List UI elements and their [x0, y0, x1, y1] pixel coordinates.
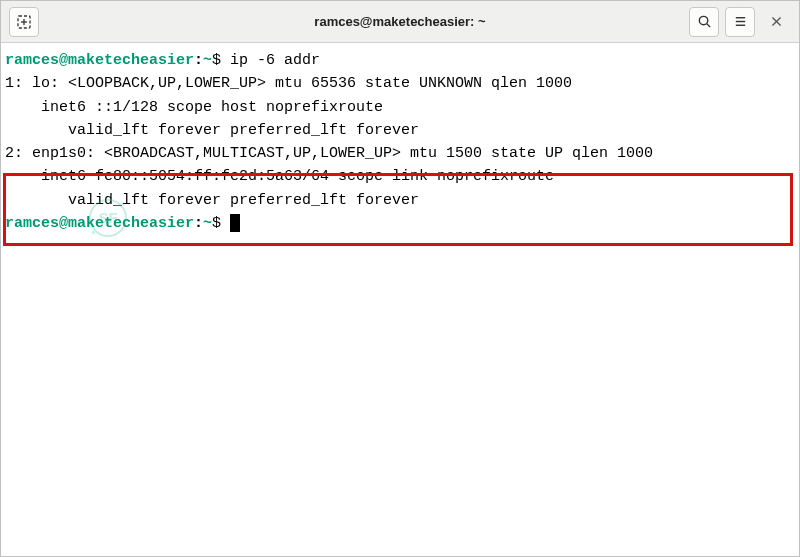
- svg-point-11: [92, 231, 95, 234]
- svg-line-4: [706, 24, 709, 27]
- hamburger-icon: [733, 14, 748, 29]
- search-button[interactable]: [689, 7, 719, 37]
- prompt-path: ~: [203, 52, 212, 69]
- search-icon: [697, 14, 712, 29]
- titlebar: ramces@maketecheasier: ~: [1, 1, 799, 43]
- terminal-body[interactable]: ramces@maketecheasier:~$ ip -6 addr 1: l…: [1, 43, 799, 556]
- titlebar-right-group: [689, 7, 791, 37]
- terminal-window: ramces@maketecheasier: ~: [0, 0, 800, 557]
- window-title: ramces@maketecheasier: ~: [314, 14, 485, 29]
- close-button[interactable]: [761, 7, 791, 37]
- svg-point-3: [699, 16, 707, 24]
- prompt-symbol: $: [212, 52, 221, 69]
- close-icon: [770, 15, 783, 28]
- prompt-line-1: ramces@maketecheasier:~$ ip -6 addr: [5, 49, 795, 72]
- command-text: ip -6 addr: [230, 52, 320, 69]
- menu-button[interactable]: [725, 7, 755, 37]
- titlebar-left-group: [9, 7, 39, 37]
- output-line: inet6 fe80::5054:ff:fe2d:5a63/64 scope l…: [5, 165, 795, 188]
- output-line: valid_lft forever preferred_lft forever: [5, 119, 795, 142]
- cursor: [230, 214, 240, 232]
- prompt-sep: :: [194, 215, 203, 232]
- prompt-user: ramces@maketecheasier: [5, 52, 194, 69]
- output-line: 1: lo: <LOOPBACK,UP,LOWER_UP> mtu 65536 …: [5, 72, 795, 95]
- prompt-symbol: $: [212, 215, 221, 232]
- watermark-text: SF: [98, 206, 117, 229]
- output-line: 2: enp1s0: <BROADCAST,MULTICAST,UP,LOWER…: [5, 142, 795, 165]
- prompt-path: ~: [203, 215, 212, 232]
- svg-point-10: [121, 202, 124, 205]
- watermark-icon: SF: [89, 199, 127, 237]
- prompt-sep: :: [194, 52, 203, 69]
- new-tab-button[interactable]: [9, 7, 39, 37]
- new-tab-icon: [16, 14, 32, 30]
- output-line: inet6 ::1/128 scope host noprefixroute: [5, 96, 795, 119]
